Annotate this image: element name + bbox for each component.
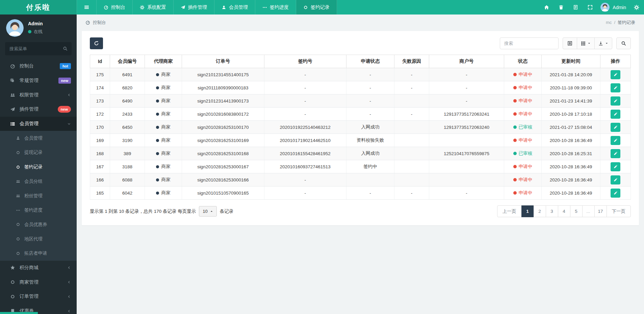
user-menu[interactable]: Admin	[597, 3, 629, 12]
cell-apply-status: 签约中	[346, 160, 394, 173]
page-button-5[interactable]: 5	[570, 205, 583, 217]
sidebar: Admin 在线 控制台hot常规管理new权限管理插件管理new会员管理会员管…	[0, 15, 77, 314]
page-size-dropdown[interactable]: 10	[199, 206, 216, 217]
sidebar-item-1[interactable]: 常规管理new	[0, 74, 77, 88]
table-search-input[interactable]	[500, 37, 559, 49]
sidebar-item-7[interactable]: 订单管理	[0, 289, 77, 304]
column-header-代理商家[interactable]: 代理商家	[145, 55, 182, 68]
status-badge: 申请中	[513, 85, 533, 91]
dashboard-icon	[104, 5, 108, 10]
edit-button[interactable]	[611, 189, 620, 198]
nav-tab-0[interactable]: 控制台	[97, 0, 133, 15]
cell-apply-status: -	[346, 187, 394, 200]
edit-button[interactable]	[611, 83, 620, 92]
column-header-申请状态[interactable]: 申请状态	[346, 55, 394, 68]
edit-button[interactable]	[611, 96, 620, 106]
sidebar-subitem-1[interactable]: 提现记录	[0, 145, 77, 160]
sidebar-item-5[interactable]: 积分商城	[0, 261, 77, 275]
nav-tab-1[interactable]: 系统配置	[133, 0, 174, 15]
user-meta: Admin 在线	[28, 19, 43, 37]
sidebar-subitem-8[interactable]: 拓店者申请	[0, 246, 77, 261]
search-button[interactable]	[616, 37, 631, 49]
brand-logo[interactable]: 付乐啦	[0, 0, 77, 15]
sidebar-item-0[interactable]: 控制台hot	[0, 59, 77, 74]
circle-icon	[10, 294, 15, 299]
column-header-签约号[interactable]: 签约号	[264, 55, 346, 68]
toggle-view-button[interactable]	[563, 37, 577, 49]
table-view-icon	[567, 41, 572, 46]
nav-tab-5[interactable]: 签约记录	[296, 0, 337, 15]
column-header-状态[interactable]: 状态	[504, 55, 541, 68]
status-dot-icon	[513, 112, 517, 116]
expand-button[interactable]	[583, 0, 597, 15]
sidebar-item-3[interactable]: 插件管理new	[0, 102, 77, 117]
sidebar-toggle-button[interactable]	[77, 0, 97, 15]
column-header-失败原因[interactable]: 失败原因	[394, 55, 429, 68]
breadcrumb-crumb[interactable]: mc	[606, 20, 612, 25]
page-button-2[interactable]: 2	[534, 205, 546, 217]
column-header-会员编号[interactable]: 会员编号	[110, 55, 145, 68]
edit-button[interactable]	[611, 70, 620, 79]
page-button-下一页[interactable]: 下一页	[607, 205, 631, 217]
sidebar-search-input[interactable]	[5, 42, 72, 55]
column-header-Id[interactable]: Id	[90, 55, 110, 68]
page-button-3[interactable]: 3	[546, 205, 558, 217]
settings-button[interactable]	[629, 0, 644, 15]
circle-icon	[16, 251, 20, 256]
nav-tab-3[interactable]: 会员管理	[214, 0, 255, 15]
sidebar-item-2[interactable]: 权限管理	[0, 88, 77, 102]
search-icon[interactable]	[63, 46, 68, 51]
home-button[interactable]	[539, 0, 554, 15]
column-header-更新时间[interactable]: 更新时间	[541, 55, 600, 68]
column-header-商户号[interactable]: 商户号	[429, 55, 504, 68]
sidebar-item-label: 控制台	[20, 63, 34, 69]
cell-order-no: sign20102816253100168	[182, 147, 264, 160]
user-icon	[16, 136, 20, 140]
cell-status: 申请中	[504, 108, 541, 121]
chevron-left-icon	[67, 309, 71, 313]
avatar[interactable]	[6, 19, 24, 37]
sidebar-item-label: 签约进度	[24, 207, 43, 213]
sidebar-item-6[interactable]: 商家管理	[0, 275, 77, 289]
cell-merchant-no	[429, 173, 504, 187]
page-button-17[interactable]: 17	[594, 205, 607, 217]
sidebar-item-4[interactable]: 会员管理	[0, 117, 77, 131]
column-header-操作[interactable]: 操作	[600, 55, 631, 68]
agent-label: 商家	[156, 177, 170, 183]
nav-tab-4[interactable]: 签约进度	[255, 0, 296, 15]
sidebar-subitem-4[interactable]: 粉丝管理	[0, 189, 77, 203]
cell-merchant-no: 129137735172063240	[429, 121, 504, 134]
page-button-...[interactable]: ...	[582, 205, 595, 217]
cell-agent: 商家	[145, 81, 182, 94]
trash-button[interactable]	[554, 0, 568, 15]
sidebar-subitem-5[interactable]: 签约进度	[0, 203, 77, 218]
page-button-上一页[interactable]: 上一页	[497, 205, 522, 217]
sidebar-subitem-6[interactable]: 会员优惠券	[0, 218, 77, 232]
sidebar-subitem-7[interactable]: 地区代理	[0, 232, 77, 246]
edit-button[interactable]	[611, 136, 620, 145]
cell-updated: 2020-10-28 16:36:49	[541, 187, 600, 200]
page-button-1[interactable]: 1	[521, 205, 534, 217]
sidebar-item-label: 地区代理	[24, 236, 43, 242]
page-button-4[interactable]: 4	[558, 205, 570, 217]
export-dropdown-button[interactable]	[594, 37, 612, 49]
status-dot-icon	[513, 152, 517, 155]
edit-button[interactable]	[611, 123, 620, 132]
caret-up-icon	[210, 210, 213, 213]
cell-actions	[600, 68, 631, 81]
sidebar-item-label: 会员分组	[24, 178, 43, 184]
document-button[interactable]	[568, 0, 583, 15]
sidebar-subitem-3[interactable]: 会员分组	[0, 174, 77, 189]
column-header-订单号[interactable]: 订单号	[182, 55, 264, 68]
badge-new: new	[58, 106, 71, 113]
edit-button[interactable]	[611, 162, 620, 171]
nav-tab-2[interactable]: 插件管理	[174, 0, 214, 15]
refresh-button[interactable]	[90, 37, 103, 49]
agent-label: 商家	[156, 124, 170, 130]
sidebar-subitem-0[interactable]: 会员管理	[0, 131, 77, 145]
edit-button[interactable]	[611, 149, 620, 158]
sidebar-subitem-2[interactable]: 签约记录	[0, 160, 77, 174]
edit-button[interactable]	[611, 175, 620, 184]
edit-button[interactable]	[611, 110, 620, 119]
columns-dropdown-button[interactable]	[577, 37, 595, 49]
